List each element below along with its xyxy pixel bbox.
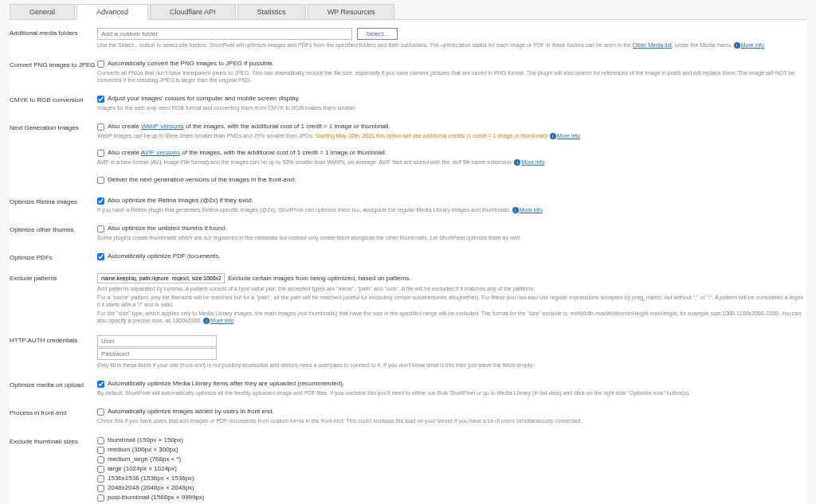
avif-link[interactable]: AVIF versions (141, 149, 180, 156)
cmyk-chk-label: Adjust your images' colours for computer… (108, 95, 300, 102)
http-pass-input[interactable] (97, 348, 217, 360)
upload-chk-label: Automatically optimize Media Library ite… (108, 380, 344, 387)
info-icon: i (734, 42, 740, 49)
webp-help: WebP images can be up to three times sma… (97, 132, 806, 139)
thumb-size-2[interactable] (97, 456, 104, 463)
upload-label: Optimize media on upload (10, 380, 97, 389)
upload-help: By default, ShortPixel will automaticall… (97, 389, 806, 397)
info-icon: i (203, 318, 210, 324)
cmyk-checkbox[interactable] (97, 96, 104, 103)
frontend-chk-label: Automatically optimize images added by u… (108, 408, 274, 415)
thumb-size-4[interactable] (97, 475, 104, 483)
thumb-size-1[interactable] (97, 447, 104, 454)
exclude-help2: For a "name" pattern only the filename w… (97, 294, 806, 308)
http-help: Only fill in these fields if your site (… (97, 361, 806, 369)
retina-help: If you have a Retina plugin that generat… (97, 206, 806, 213)
frontend-label: Process in front-end (10, 408, 97, 416)
pdf-checkbox[interactable] (97, 253, 104, 260)
avif-checkbox[interactable] (97, 150, 104, 157)
nextgen-label: Next Generation Images (10, 123, 97, 131)
cmyk-label: CMYK to RGB conversion (10, 95, 97, 104)
thumb-size-6[interactable] (97, 494, 104, 502)
other-label: Optimize other thumbs (10, 225, 97, 233)
avif-more-link[interactable]: More info (521, 159, 544, 165)
exclude-input[interactable] (97, 273, 225, 283)
advanced-panel: Additional media folders Select... Use t… (10, 20, 806, 504)
exclude-help1: Add patterns separated by comma. A patte… (97, 285, 806, 292)
other-checkbox[interactable] (97, 225, 104, 232)
exclude-more-link[interactable]: More info (210, 318, 233, 323)
tab-cloudflare[interactable]: Cloudflare API (150, 4, 236, 19)
settings-tabs: General Advanced Cloudflare API Statisti… (10, 4, 806, 20)
png-label: Convert PNG images to JPEG (10, 60, 97, 68)
thumb-size-5[interactable] (97, 485, 104, 492)
folders-more-link[interactable]: More info (741, 42, 764, 48)
thumb-size-3[interactable] (97, 466, 104, 473)
frontend-help: Check this if you have users that add im… (97, 417, 806, 424)
pdf-chk-label: Automatically optimize PDF documents. (108, 252, 220, 260)
retina-chk-label: Also optimize the Retina images (@2x) if… (108, 197, 253, 204)
retina-more-link[interactable]: More info (520, 207, 543, 213)
folders-input[interactable] (97, 28, 352, 40)
retina-label: Optimize Retina images (10, 197, 97, 205)
retina-checkbox[interactable] (97, 197, 104, 205)
pdf-label: Optimize PDFs (10, 252, 97, 261)
thumbs-label: Exclude thumbnail sizes (10, 436, 97, 445)
info-icon: i (514, 159, 520, 166)
other-chk-label: Also optimize the unlisted thumbs if fou… (108, 225, 227, 232)
exclude-side: Exclude certain images from being optimi… (228, 275, 411, 282)
avif-help: AVIF is a new format (AV1 Image File for… (97, 158, 806, 166)
folders-label: Additional media folders (10, 28, 97, 37)
http-label: HTTP AUTH credentials (10, 335, 97, 344)
tab-resources[interactable]: WP Resources (308, 4, 395, 19)
upload-checkbox[interactable] (97, 381, 104, 388)
info-icon: i (512, 207, 519, 213)
tab-general[interactable]: General (10, 4, 75, 19)
png-chk-label: Automatically convert the PNG images to … (108, 60, 274, 67)
cmyk-help: Images for the web only need RGB format … (97, 104, 806, 111)
exclude-label: Exclude patterns (10, 273, 97, 282)
other-help: Some plugins create thumbnails which are… (97, 234, 806, 241)
folders-help: Use the Select... button to select site … (97, 41, 806, 49)
deliver-label: Deliver the next generation versions of … (108, 176, 296, 183)
folders-select-button[interactable]: Select... (357, 28, 398, 40)
info-icon: i (550, 133, 556, 139)
thumb-size-0[interactable] (97, 437, 104, 444)
webp-more-link[interactable]: More info (557, 133, 580, 139)
deliver-checkbox[interactable] (97, 177, 104, 184)
tab-advanced[interactable]: Advanced (76, 4, 148, 20)
exclude-help3: For the "size" type, which applies only … (97, 310, 806, 324)
png-checkbox[interactable] (97, 61, 104, 68)
webp-checkbox[interactable] (97, 123, 104, 131)
http-user-input[interactable] (97, 335, 217, 347)
tab-statistics[interactable]: Statistics (237, 4, 306, 19)
png-help: Converts all PNGs that don't have transp… (97, 69, 806, 84)
frontend-checkbox[interactable] (97, 408, 104, 416)
other-media-link[interactable]: Other Media list (633, 42, 672, 48)
webp-link[interactable]: WebP versions (141, 123, 184, 130)
